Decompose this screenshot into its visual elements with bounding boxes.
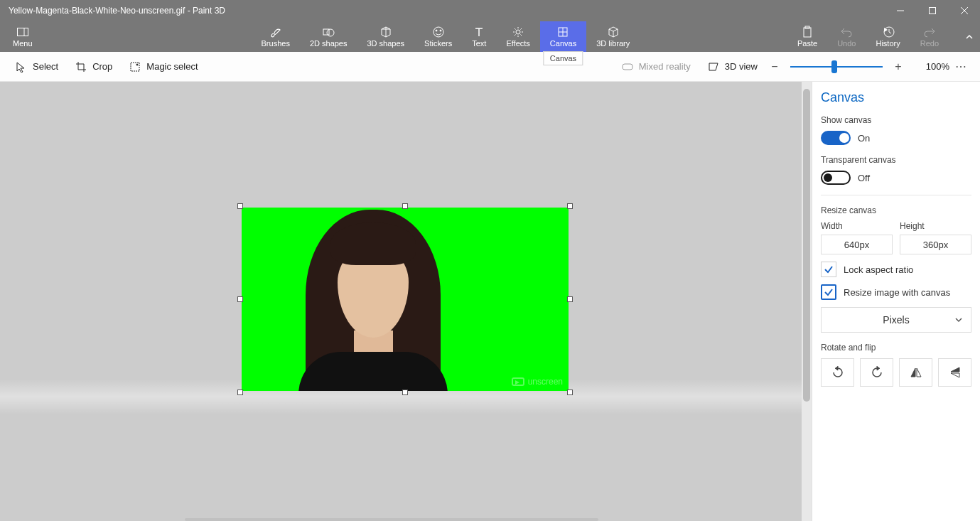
- ribbon-text-button[interactable]: Text: [462, 21, 496, 52]
- units-dropdown[interactable]: Pixels: [821, 307, 971, 333]
- flip-vertical-button[interactable]: [938, 358, 971, 387]
- svg-point-7: [327, 29, 334, 36]
- resize-handle-ml[interactable]: [237, 296, 243, 302]
- ribbon-item-label: Stickers: [424, 39, 452, 48]
- resize-handle-bl[interactable]: [237, 390, 243, 395]
- ribbon-brushes-button[interactable]: Brushes: [252, 21, 300, 52]
- ribbon-item-label: Paste: [797, 39, 817, 48]
- magic-select-tool[interactable]: Magic select: [121, 58, 206, 75]
- height-input[interactable]: 360px: [900, 235, 971, 254]
- ribbon-paste-button[interactable]: Paste: [787, 21, 827, 52]
- minimize-button[interactable]: [884, 0, 916, 21]
- menu-button[interactable]: Menu: [0, 21, 45, 52]
- resize-image-label: Resize image with canvas: [844, 287, 950, 298]
- main-area: unscreen Canvas Show canvas On Transpare…: [0, 82, 980, 521]
- watermark-icon: [512, 377, 524, 386]
- rotate-cw-button[interactable]: [860, 358, 893, 387]
- magic-select-label: Magic select: [146, 61, 198, 72]
- vertical-scrollbar[interactable]: [802, 82, 812, 521]
- ribbon: Menu Brushes2D shapes3D shapesStickersTe…: [0, 21, 980, 52]
- lock-aspect-row[interactable]: Lock aspect ratio: [821, 262, 971, 277]
- rotate-ccw-button[interactable]: [821, 358, 854, 387]
- transparent-canvas-toggle[interactable]: [821, 171, 851, 185]
- workspace[interactable]: unscreen: [0, 82, 812, 521]
- resize-handle-bm[interactable]: [402, 390, 408, 395]
- mixed-reality-label: Mixed reality: [639, 61, 691, 72]
- collapse-ribbon-button[interactable]: [959, 21, 980, 52]
- svg-rect-4: [17, 28, 28, 36]
- 3d-view-tool[interactable]: 3D view: [699, 58, 766, 75]
- resize-handle-mr[interactable]: [567, 296, 573, 302]
- secondary-toolbar: Select Crop Magic select Mixed reality 3…: [0, 52, 980, 82]
- show-canvas-label: Show canvas: [821, 115, 971, 125]
- effects-icon: [512, 26, 524, 38]
- zoom-in-button[interactable]: +: [890, 58, 907, 75]
- width-input[interactable]: 640px: [821, 235, 893, 254]
- resize-handle-tr[interactable]: [567, 203, 573, 209]
- svg-rect-18: [131, 63, 139, 71]
- flip-horizontal-button[interactable]: [899, 358, 932, 387]
- ribbon-canvas-button[interactable]: CanvasCanvas: [540, 21, 586, 52]
- select-tool[interactable]: Select: [7, 58, 67, 75]
- ribbon-effects-button[interactable]: Effects: [496, 21, 539, 52]
- paste-icon: [801, 26, 814, 38]
- svg-point-9: [436, 30, 437, 31]
- units-value: Pixels: [883, 314, 909, 326]
- height-label: Height: [900, 221, 971, 231]
- resize-handle-tl[interactable]: [237, 203, 243, 209]
- tooltip: Canvas: [544, 51, 583, 65]
- resize-image-checkbox[interactable]: [821, 284, 836, 300]
- ribbon-shapes2d-button[interactable]: 2D shapes: [300, 21, 357, 52]
- ribbon-item-label: History: [876, 39, 900, 48]
- resize-canvas-label: Resize canvas: [821, 205, 971, 215]
- ribbon-item-label: 2D shapes: [310, 39, 348, 48]
- 3d-view-label: 3D view: [725, 61, 758, 72]
- text-icon: [473, 26, 485, 38]
- crop-tool[interactable]: Crop: [67, 58, 121, 75]
- library3d-icon: [607, 26, 620, 38]
- ribbon-stickers-button[interactable]: Stickers: [414, 21, 462, 52]
- canvas-image: unscreen: [242, 208, 569, 391]
- panel-title: Canvas: [821, 90, 971, 105]
- lock-aspect-checkbox[interactable]: [821, 262, 836, 277]
- ribbon-history-button[interactable]: History: [866, 21, 910, 52]
- width-label: Width: [821, 221, 893, 231]
- resize-handle-tm[interactable]: [402, 203, 408, 209]
- mixed-reality-tool: Mixed reality: [613, 58, 699, 75]
- menu-icon: [17, 26, 28, 38]
- menu-label: Menu: [13, 39, 33, 48]
- window-title: Yellow-Magenta-Black-White-Neo-unscreen.…: [0, 6, 884, 16]
- show-canvas-state: On: [858, 133, 870, 144]
- close-button[interactable]: [948, 0, 980, 21]
- svg-point-11: [516, 30, 520, 34]
- history-icon: [882, 26, 895, 38]
- lock-aspect-label: Lock aspect ratio: [844, 264, 913, 275]
- ribbon-redo-button: Redo: [910, 21, 949, 52]
- horizontal-scrollbar[interactable]: [185, 518, 598, 521]
- canvas-icon: [556, 26, 569, 38]
- ribbon-shapes3d-button[interactable]: 3D shapes: [357, 21, 414, 52]
- show-canvas-toggle[interactable]: [821, 131, 851, 145]
- transparent-canvas-label: Transparent canvas: [821, 155, 971, 165]
- zoom-out-button[interactable]: −: [766, 58, 783, 75]
- maximize-button[interactable]: [916, 0, 948, 21]
- ribbon-library3d-button[interactable]: 3D library: [586, 21, 640, 52]
- chevron-down-icon: [955, 314, 962, 326]
- watermark: unscreen: [512, 377, 563, 387]
- shapes2d-icon: [322, 26, 335, 38]
- redo-icon: [923, 26, 936, 38]
- ribbon-item-label: Brushes: [262, 39, 290, 48]
- more-options-button[interactable]: ⋯: [949, 60, 973, 73]
- zoom-slider[interactable]: [790, 60, 883, 74]
- resize-handle-br[interactable]: [567, 390, 573, 395]
- ribbon-item-label: Text: [472, 39, 486, 48]
- zoom-controls: − + 100%: [766, 58, 949, 75]
- svg-rect-15: [804, 28, 811, 37]
- ribbon-item-label: 3D shapes: [367, 39, 404, 48]
- resize-image-row[interactable]: Resize image with canvas: [821, 284, 971, 300]
- svg-point-19: [136, 64, 138, 65]
- canvas-selection[interactable]: unscreen: [242, 208, 569, 391]
- svg-rect-1: [929, 8, 935, 14]
- ribbon-item-label: Effects: [506, 39, 529, 48]
- select-label: Select: [33, 61, 58, 72]
